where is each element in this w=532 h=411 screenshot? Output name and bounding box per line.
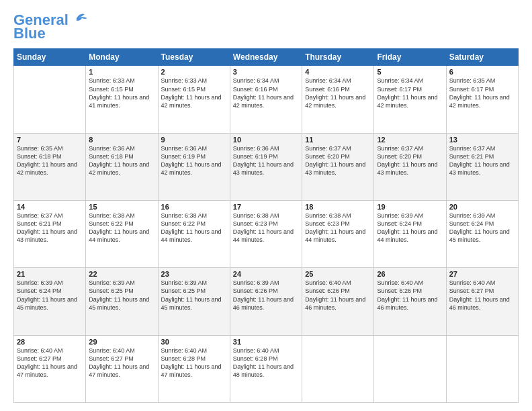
day-info: Sunrise: 6:38 AMSunset: 6:22 PMDaylight:…	[161, 212, 227, 244]
weekday-header-saturday: Saturday	[446, 49, 518, 66]
calendar-cell: 6 Sunrise: 6:35 AMSunset: 6:17 PMDayligh…	[446, 66, 518, 133]
calendar-cell: 1 Sunrise: 6:33 AMSunset: 6:15 PMDayligh…	[86, 66, 158, 133]
day-number: 4	[305, 68, 371, 76]
calendar-cell: 17 Sunrise: 6:38 AMSunset: 6:23 PMDaylig…	[230, 201, 302, 268]
day-number: 12	[377, 136, 443, 144]
day-number: 11	[305, 136, 371, 144]
header: General Blue	[13, 12, 519, 42]
logo: General Blue	[13, 12, 90, 42]
calendar-cell: 13 Sunrise: 6:37 AMSunset: 6:21 PMDaylig…	[446, 133, 518, 200]
day-number: 6	[449, 68, 515, 76]
day-info: Sunrise: 6:37 AMSunset: 6:21 PMDaylight:…	[449, 144, 515, 177]
calendar-week-3: 14 Sunrise: 6:37 AMSunset: 6:21 PMDaylig…	[14, 201, 519, 268]
day-info: Sunrise: 6:35 AMSunset: 6:17 PMDaylight:…	[449, 77, 515, 109]
day-info: Sunrise: 6:40 AMSunset: 6:27 PMDaylight:…	[449, 279, 515, 312]
calendar-cell: 24 Sunrise: 6:39 AMSunset: 6:26 PMDaylig…	[230, 268, 302, 335]
day-number: 25	[305, 270, 371, 278]
calendar-cell: 9 Sunrise: 6:36 AMSunset: 6:19 PMDayligh…	[158, 133, 230, 200]
day-number: 18	[305, 203, 371, 211]
day-number: 31	[233, 338, 299, 346]
day-number: 9	[161, 136, 227, 144]
calendar-cell: 20 Sunrise: 6:39 AMSunset: 6:24 PMDaylig…	[446, 201, 518, 268]
calendar-cell: 14 Sunrise: 6:37 AMSunset: 6:21 PMDaylig…	[14, 201, 86, 268]
day-info: Sunrise: 6:34 AMSunset: 6:16 PMDaylight:…	[233, 77, 299, 109]
day-info: Sunrise: 6:34 AMSunset: 6:16 PMDaylight:…	[305, 77, 371, 109]
calendar-cell: 15 Sunrise: 6:38 AMSunset: 6:22 PMDaylig…	[86, 201, 158, 268]
calendar-cell: 29 Sunrise: 6:40 AMSunset: 6:27 PMDaylig…	[86, 335, 158, 402]
day-number: 19	[377, 203, 443, 211]
day-info: Sunrise: 6:38 AMSunset: 6:23 PMDaylight:…	[233, 212, 299, 244]
day-number: 10	[233, 136, 299, 144]
day-number: 1	[89, 68, 154, 76]
day-number: 26	[377, 270, 443, 278]
calendar-cell: 5 Sunrise: 6:34 AMSunset: 6:17 PMDayligh…	[374, 66, 446, 133]
calendar-cell: 18 Sunrise: 6:38 AMSunset: 6:23 PMDaylig…	[302, 201, 374, 268]
day-number: 29	[89, 338, 154, 346]
calendar-table: SundayMondayTuesdayWednesdayThursdayFrid…	[13, 48, 519, 403]
weekday-header-wednesday: Wednesday	[230, 49, 302, 66]
day-number: 23	[161, 270, 227, 278]
day-info: Sunrise: 6:40 AMSunset: 6:26 PMDaylight:…	[377, 279, 443, 312]
day-info: Sunrise: 6:40 AMSunset: 6:28 PMDaylight:…	[161, 347, 227, 379]
calendar-cell: 26 Sunrise: 6:40 AMSunset: 6:26 PMDaylig…	[374, 268, 446, 335]
day-info: Sunrise: 6:40 AMSunset: 6:26 PMDaylight:…	[305, 279, 371, 312]
calendar-cell	[14, 66, 86, 133]
day-info: Sunrise: 6:39 AMSunset: 6:24 PMDaylight:…	[449, 212, 515, 244]
day-number: 8	[89, 136, 154, 144]
day-number: 2	[161, 68, 227, 76]
calendar-cell: 2 Sunrise: 6:33 AMSunset: 6:15 PMDayligh…	[158, 66, 230, 133]
day-info: Sunrise: 6:40 AMSunset: 6:27 PMDaylight:…	[17, 347, 83, 379]
day-number: 3	[233, 68, 299, 76]
calendar-cell: 8 Sunrise: 6:36 AMSunset: 6:18 PMDayligh…	[86, 133, 158, 200]
calendar-cell	[374, 335, 446, 402]
bird-icon	[70, 11, 90, 26]
day-number: 13	[449, 136, 515, 144]
calendar-cell: 4 Sunrise: 6:34 AMSunset: 6:16 PMDayligh…	[302, 66, 374, 133]
calendar-cell: 7 Sunrise: 6:35 AMSunset: 6:18 PMDayligh…	[14, 133, 86, 200]
day-number: 15	[89, 203, 154, 211]
day-number: 16	[161, 203, 227, 211]
calendar-cell	[302, 335, 374, 402]
calendar-cell: 30 Sunrise: 6:40 AMSunset: 6:28 PMDaylig…	[158, 335, 230, 402]
day-number: 28	[17, 338, 83, 346]
day-number: 22	[89, 270, 154, 278]
calendar-cell	[446, 335, 518, 402]
calendar-cell: 25 Sunrise: 6:40 AMSunset: 6:26 PMDaylig…	[302, 268, 374, 335]
day-info: Sunrise: 6:36 AMSunset: 6:19 PMDaylight:…	[233, 144, 299, 177]
calendar-week-4: 21 Sunrise: 6:39 AMSunset: 6:24 PMDaylig…	[14, 268, 519, 335]
day-number: 17	[233, 203, 299, 211]
day-info: Sunrise: 6:37 AMSunset: 6:20 PMDaylight:…	[305, 144, 371, 177]
day-number: 27	[449, 270, 515, 278]
calendar-cell: 11 Sunrise: 6:37 AMSunset: 6:20 PMDaylig…	[302, 133, 374, 200]
calendar-cell: 28 Sunrise: 6:40 AMSunset: 6:27 PMDaylig…	[14, 335, 86, 402]
day-info: Sunrise: 6:38 AMSunset: 6:22 PMDaylight:…	[89, 212, 154, 244]
calendar-week-1: 1 Sunrise: 6:33 AMSunset: 6:15 PMDayligh…	[14, 66, 519, 133]
calendar-cell: 31 Sunrise: 6:40 AMSunset: 6:28 PMDaylig…	[230, 335, 302, 402]
day-number: 30	[161, 338, 227, 346]
day-info: Sunrise: 6:39 AMSunset: 6:24 PMDaylight:…	[377, 212, 443, 244]
weekday-header-monday: Monday	[86, 49, 158, 66]
day-number: 24	[233, 270, 299, 278]
weekday-header-tuesday: Tuesday	[158, 49, 230, 66]
day-info: Sunrise: 6:35 AMSunset: 6:18 PMDaylight:…	[17, 144, 83, 177]
calendar-cell: 16 Sunrise: 6:38 AMSunset: 6:22 PMDaylig…	[158, 201, 230, 268]
day-info: Sunrise: 6:37 AMSunset: 6:21 PMDaylight:…	[17, 212, 83, 244]
day-info: Sunrise: 6:40 AMSunset: 6:27 PMDaylight:…	[89, 347, 154, 379]
page: General Blue SundayMondayTuesdayWednesda…	[0, 0, 532, 411]
calendar-cell: 10 Sunrise: 6:36 AMSunset: 6:19 PMDaylig…	[230, 133, 302, 200]
day-number: 20	[449, 203, 515, 211]
logo-blue: Blue	[13, 26, 46, 42]
calendar-cell: 22 Sunrise: 6:39 AMSunset: 6:25 PMDaylig…	[86, 268, 158, 335]
day-info: Sunrise: 6:34 AMSunset: 6:17 PMDaylight:…	[377, 77, 443, 109]
day-number: 7	[17, 136, 83, 144]
calendar-cell: 23 Sunrise: 6:39 AMSunset: 6:25 PMDaylig…	[158, 268, 230, 335]
day-info: Sunrise: 6:39 AMSunset: 6:25 PMDaylight:…	[89, 279, 154, 312]
weekday-header-thursday: Thursday	[302, 49, 374, 66]
day-number: 21	[17, 270, 83, 278]
calendar-cell: 12 Sunrise: 6:37 AMSunset: 6:20 PMDaylig…	[374, 133, 446, 200]
calendar-cell: 3 Sunrise: 6:34 AMSunset: 6:16 PMDayligh…	[230, 66, 302, 133]
calendar-cell: 19 Sunrise: 6:39 AMSunset: 6:24 PMDaylig…	[374, 201, 446, 268]
day-info: Sunrise: 6:36 AMSunset: 6:19 PMDaylight:…	[161, 144, 227, 177]
day-info: Sunrise: 6:33 AMSunset: 6:15 PMDaylight:…	[161, 77, 227, 109]
day-number: 14	[17, 203, 83, 211]
